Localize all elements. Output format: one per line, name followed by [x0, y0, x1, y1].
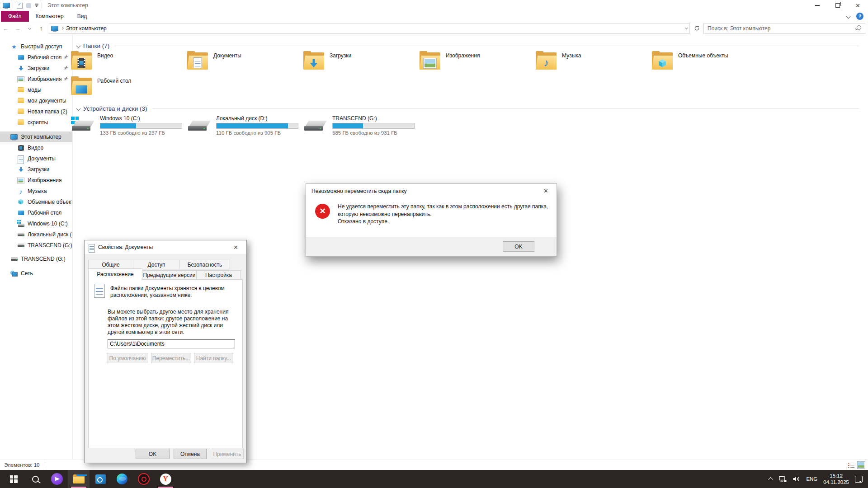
action-center-icon[interactable]: [855, 476, 863, 483]
red-circle-app-icon: [138, 473, 150, 485]
ok-button[interactable]: OK: [136, 449, 170, 459]
tab-security[interactable]: Безопасность: [179, 260, 230, 269]
breadcrumb[interactable]: Этот компьютер: [66, 25, 107, 32]
close-button[interactable]: ✕: [536, 184, 556, 197]
sidebar-item-transcend[interactable]: TRANSCEND (G:): [0, 253, 72, 264]
properties-dialog-titlebar: Свойства: Документы: [85, 240, 246, 254]
sidebar-item-quick-access[interactable]: Быстрый доступ: [0, 41, 72, 52]
expand-ribbon-icon[interactable]: [846, 14, 851, 19]
close-button[interactable]: ✕: [226, 241, 246, 253]
up-button[interactable]: ↑: [35, 23, 47, 33]
collapse-group-icon[interactable]: [76, 43, 81, 48]
properties-qat-icon[interactable]: [17, 3, 23, 9]
sidebar-item-my-documents[interactable]: мои документы: [0, 95, 72, 106]
sidebar-item-desktop[interactable]: Рабочий стол: [0, 207, 72, 218]
forward-button[interactable]: →: [12, 23, 24, 33]
folder-tile-3d-objects[interactable]: Объемные объекты: [652, 51, 765, 74]
taskbar-outlook-button[interactable]: [90, 470, 111, 488]
folder-tile-music[interactable]: ♪ Музыка: [536, 51, 649, 74]
customize-toolbar-caret-icon[interactable]: [35, 3, 39, 8]
clock[interactable]: 15:12 04.11.2025: [823, 473, 849, 485]
taskbar-yandex-button[interactable]: Y: [155, 470, 176, 488]
address-bar[interactable]: Этот компьютер: [49, 23, 690, 34]
restore-button[interactable]: [827, 0, 848, 11]
refresh-button[interactable]: [691, 23, 702, 33]
find-target-button[interactable]: Найти папку...: [194, 353, 233, 363]
sidebar-item-downloads-pinned[interactable]: Загрузки: [0, 63, 72, 74]
recent-locations-button[interactable]: [24, 23, 35, 33]
new-folder-qat-icon[interactable]: [26, 3, 31, 8]
sidebar-item-3d-objects[interactable]: Объемные объекты: [0, 197, 72, 207]
sidebar-item-scripts[interactable]: скрипты: [0, 117, 72, 128]
taskbar-red-app-button[interactable]: [133, 470, 155, 488]
breadcrumb-chevron-icon: [61, 27, 64, 30]
folder-tile-pictures[interactable]: Изображения: [420, 51, 533, 74]
close-icon: ✕: [233, 244, 238, 251]
start-button[interactable]: [3, 470, 24, 488]
language-indicator[interactable]: ENG: [806, 476, 817, 482]
sidebar-item-documents[interactable]: Документы: [0, 153, 72, 164]
ribbon-tab-computer[interactable]: Компьютер: [29, 11, 71, 22]
collapse-group-icon[interactable]: [76, 106, 81, 111]
ribbon-tab-file[interactable]: Файл: [1, 11, 29, 22]
sidebar-item-this-pc[interactable]: Этот компьютер: [0, 131, 72, 142]
cancel-button[interactable]: Отмена: [174, 449, 207, 459]
document-icon: [88, 244, 95, 251]
drives-group-header[interactable]: Устройства и диски (3): [77, 104, 859, 113]
sidebar-item-drive-c[interactable]: Windows 10 (C:): [0, 218, 72, 229]
video-folder-icon: [71, 51, 92, 70]
move-button[interactable]: Переместить...: [151, 353, 191, 363]
taskbar-search-button[interactable]: [24, 470, 46, 488]
taskbar-explorer-button[interactable]: [68, 470, 90, 488]
drive-usage-bar: [216, 123, 298, 129]
sidebar-item-downloads[interactable]: Загрузки: [0, 164, 72, 175]
tab-customize[interactable]: Настройка: [196, 270, 241, 280]
volume-icon[interactable]: [793, 476, 800, 482]
address-dropdown-icon[interactable]: [685, 26, 688, 29]
apply-button[interactable]: Применить: [211, 449, 244, 459]
back-button[interactable]: ←: [0, 23, 12, 33]
system-tray: ENG 15:12 04.11.2025: [769, 470, 868, 488]
network-icon[interactable]: [779, 476, 787, 483]
sidebar-item-network[interactable]: Сеть: [0, 268, 72, 279]
tab-general[interactable]: Общие: [88, 260, 133, 269]
show-hidden-icons-chevron[interactable]: [768, 477, 773, 482]
videos-icon: [17, 144, 24, 151]
tab-previous-versions[interactable]: Предыдущие версии: [142, 270, 197, 280]
ok-button[interactable]: OK: [503, 241, 534, 252]
help-icon[interactable]: ?: [856, 13, 863, 20]
sidebar-item-pictures[interactable]: Изображения: [0, 175, 72, 186]
ribbon-tab-view[interactable]: Вид: [71, 11, 94, 22]
folder-tile-desktop[interactable]: Рабочий стол: [71, 76, 184, 99]
sidebar-item-mods[interactable]: моды: [0, 84, 72, 95]
drive-tile-d[interactable]: Локальный диск (D:) 110 ГБ свободно из 9…: [187, 115, 300, 138]
location-path-input[interactable]: [108, 339, 235, 348]
sidebar-item-pictures-pinned[interactable]: Изображения: [0, 74, 72, 84]
sidebar-item-drive-d[interactable]: Локальный диск (D:): [0, 229, 72, 240]
search-input[interactable]: Поиск в: Этот компьютер: [703, 23, 865, 34]
error-message: Не удается переместить эту папку, так ка…: [338, 203, 554, 225]
thumbnails-view-button[interactable]: [857, 461, 865, 469]
folder-tile-downloads[interactable]: Загрузки: [303, 51, 416, 74]
sidebar-item-videos[interactable]: Видео: [0, 142, 72, 153]
drive-icon: [17, 231, 24, 238]
minimize-button[interactable]: [807, 0, 827, 11]
folders-group-header[interactable]: Папки (7): [77, 42, 859, 50]
details-view-button[interactable]: [847, 461, 855, 469]
sidebar-item-music[interactable]: Музыка: [0, 186, 72, 197]
folder-tile-videos[interactable]: Видео: [71, 51, 184, 74]
close-button[interactable]: ✕: [848, 0, 868, 11]
taskbar-edge-button[interactable]: [111, 470, 133, 488]
tab-location[interactable]: Расположение: [88, 268, 142, 280]
restore-default-button[interactable]: По умолчанию: [107, 353, 148, 363]
folder-tile-documents[interactable]: Документы: [187, 51, 300, 74]
file-explorer-icon: [73, 474, 85, 483]
drive-tile-c[interactable]: Windows 10 (C:) 133 ГБ свободно из 237 Г…: [71, 115, 184, 138]
sidebar-item-new-folder[interactable]: Новая папка (2): [0, 106, 72, 117]
sidebar-item-drive-g[interactable]: TRANSCEND (G:): [0, 240, 72, 251]
taskbar-alice-button[interactable]: [46, 470, 68, 488]
music-icon: [17, 188, 24, 195]
tab-sharing[interactable]: Доступ: [133, 260, 180, 269]
sidebar-item-desktop-pinned[interactable]: Рабочий стол: [0, 52, 72, 63]
drive-tile-g[interactable]: TRANSCEND (G:) 585 ГБ свободно из 931 ГБ: [303, 115, 416, 138]
